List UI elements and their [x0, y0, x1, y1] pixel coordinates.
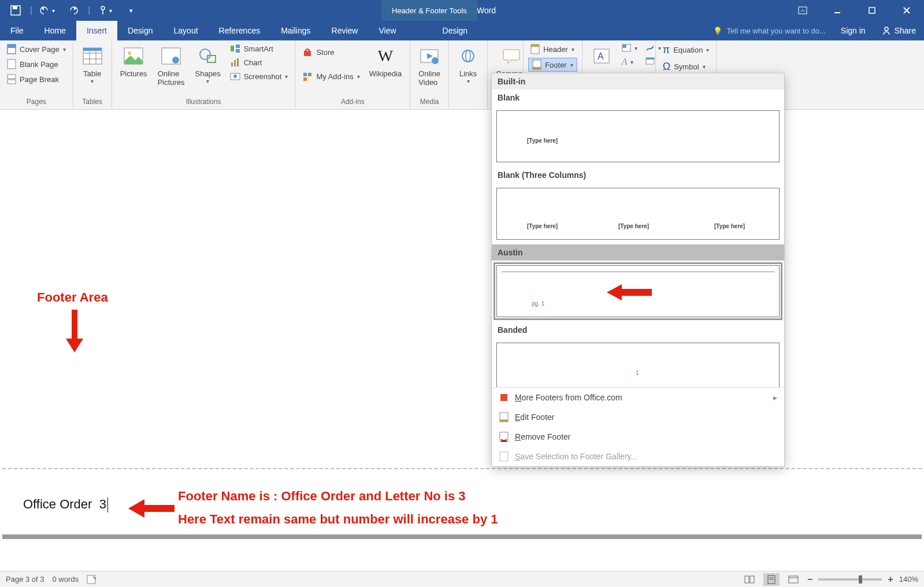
my-addins-button[interactable]: My Add-ins ▾: [300, 70, 362, 82]
tab-references[interactable]: References: [209, 21, 271, 40]
cover-page-button[interactable]: Cover Page ▾: [5, 43, 68, 55]
window-controls: [785, 0, 924, 21]
footer-template-blank[interactable]: [Type here]: [496, 110, 780, 162]
page-indicator[interactable]: Page 3 of 3: [6, 575, 44, 584]
tell-me-search[interactable]: 💡 Tell me what you want to do...: [706, 27, 833, 35]
svg-rect-61: [500, 452, 508, 461]
links-icon: [457, 45, 479, 67]
svg-rect-52: [72, 310, 77, 339]
tab-layout[interactable]: Layout: [164, 21, 209, 40]
footer-button[interactable]: Footer ▾: [528, 58, 577, 72]
wikipedia-icon: W: [374, 45, 396, 67]
web-layout-button[interactable]: [785, 573, 801, 586]
footer-text-label: Office Order: [23, 497, 92, 511]
page-break-icon: [7, 74, 16, 84]
svg-rect-10: [8, 44, 16, 48]
tab-contextual-design[interactable]: Design: [432, 21, 478, 40]
quick-parts-button[interactable]: ▾: [619, 43, 640, 53]
minimize-button[interactable]: [820, 0, 855, 21]
svg-rect-5: [869, 8, 875, 13]
screenshot-button[interactable]: Screenshot ▾: [228, 70, 291, 82]
sign-in-link[interactable]: Sign in: [833, 26, 874, 35]
footer-content[interactable]: Office Order 3: [23, 497, 108, 512]
tab-insert[interactable]: Insert: [76, 21, 117, 40]
wikipedia-button[interactable]: WWikipedia: [366, 43, 405, 80]
gallery-header-blank: Blank: [492, 90, 784, 106]
svg-rect-34: [303, 73, 307, 76]
footer-gallery-scroll[interactable]: Built-in Blank [Type here] Blank (Three …: [492, 73, 784, 387]
redo-button[interactable]: [61, 2, 86, 19]
cover-page-icon: [7, 44, 16, 54]
svg-rect-27: [236, 44, 240, 48]
online-video-button[interactable]: Online Video: [415, 43, 444, 89]
zoom-level[interactable]: 140%: [899, 575, 918, 584]
svg-point-2: [101, 6, 105, 10]
header-button[interactable]: Header ▾: [528, 43, 577, 55]
arrow-left-icon: [128, 499, 175, 518]
svg-point-8: [885, 27, 888, 31]
quick-access-toolbar: | ▾ | ▾ ▾: [0, 0, 147, 21]
svg-rect-43: [531, 44, 539, 47]
template-page-num: 1: [636, 370, 639, 376]
page-break-button[interactable]: Page Break: [5, 73, 68, 86]
zoom-out-button[interactable]: −: [807, 574, 812, 585]
tab-review[interactable]: Review: [321, 21, 369, 40]
links-button[interactable]: Links▾: [454, 43, 483, 87]
table-button[interactable]: Table▾: [78, 43, 107, 87]
remove-footer-item[interactable]: Remove Footer: [492, 427, 784, 447]
save-gallery-icon: [499, 451, 509, 462]
svg-rect-3: [799, 7, 807, 14]
blank-page-button[interactable]: Blank Page: [5, 58, 68, 70]
symbol-button[interactable]: ΩSymbol ▾: [660, 60, 712, 74]
save-selection-label: ave Selection to Footer Gallery...: [520, 452, 637, 461]
footer-template-banded[interactable]: 1: [496, 343, 780, 387]
text-box-button[interactable]: A: [587, 43, 616, 72]
date-time-icon: [645, 57, 655, 65]
svg-rect-64: [750, 576, 754, 583]
more-footers-item[interactable]: More Footers from Office.com ▸: [492, 388, 784, 407]
undo-button[interactable]: ▾: [35, 2, 59, 19]
online-pictures-button[interactable]: Online Pictures: [154, 43, 188, 89]
shapes-button[interactable]: Shapes▾: [192, 43, 224, 87]
close-button[interactable]: [889, 0, 924, 21]
group-pages: Cover Page ▾ Blank Page Page Break Pages: [0, 40, 73, 109]
word-count[interactable]: 0 words: [53, 575, 79, 584]
svg-rect-1: [13, 6, 17, 9]
document-area[interactable]: Footer Area Office Order 3 Footer Name i…: [0, 110, 924, 571]
tab-mailings[interactable]: Mailings: [270, 21, 321, 40]
share-button[interactable]: Share: [874, 26, 924, 35]
annotation-footer-area: Footer Area: [37, 290, 108, 305]
print-layout-button[interactable]: [763, 573, 780, 586]
proofing-icon[interactable]: [87, 575, 97, 584]
svg-rect-68: [789, 576, 798, 583]
save-button[interactable]: [3, 2, 28, 19]
footer-template-austin[interactable]: pg. 1: [496, 265, 780, 317]
chart-button[interactable]: Chart: [228, 57, 291, 68]
group-addins-label: Add-ins: [300, 96, 405, 109]
read-mode-button[interactable]: [741, 573, 758, 586]
group-media: Online Video Media: [410, 40, 449, 109]
zoom-slider-thumb[interactable]: [859, 575, 862, 584]
svg-rect-62: [87, 575, 95, 584]
ribbon-display-options-button[interactable]: [785, 0, 820, 21]
zoom-in-button[interactable]: +: [888, 574, 893, 585]
tab-file[interactable]: File: [0, 21, 34, 40]
tab-home[interactable]: Home: [34, 21, 76, 40]
edit-footer-item[interactable]: Edit Footer: [492, 407, 784, 427]
store-button[interactable]: Store: [300, 46, 362, 58]
maximize-button[interactable]: [855, 0, 889, 21]
customize-qat-button[interactable]: ▾: [119, 2, 143, 19]
lightbulb-icon: 💡: [713, 27, 722, 35]
edit-footer-icon: [499, 412, 509, 422]
smartart-button[interactable]: SmartArt: [228, 43, 291, 54]
pictures-button[interactable]: Pictures: [117, 43, 151, 80]
annotation-footer-name: Footer Name is : Office Order and Letter…: [178, 489, 466, 504]
equation-button[interactable]: πEquation ▾: [660, 43, 712, 57]
footer-template-blank-three[interactable]: [Type here] [Type here] [Type here]: [496, 188, 780, 240]
wordart-button[interactable]: A▾: [619, 55, 640, 68]
online-video-icon: [418, 45, 440, 67]
touch-mode-button[interactable]: ▾: [92, 2, 117, 19]
tab-design[interactable]: Design: [117, 21, 164, 40]
tab-view[interactable]: View: [368, 21, 406, 40]
zoom-slider[interactable]: [818, 578, 882, 581]
